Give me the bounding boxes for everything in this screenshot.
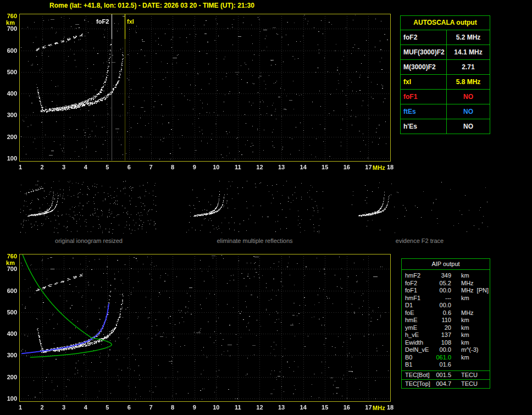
autoscala-row-label: ftEs [401, 104, 447, 119]
autoscala-row-label: h'Es [401, 119, 447, 134]
station-date-title: Rome (lat: +41.8, lon: 012.5) - DATE: 20… [49, 2, 254, 9]
autoscala-row-value: NO [447, 90, 490, 104]
bottom-ionogram-canvas [0, 250, 398, 415]
autoscala-row-label: foF2 [401, 30, 447, 45]
aip-row-ewidth: Ewidth108km [402, 339, 490, 347]
thumbnail-caption: original ionogram resized [19, 237, 158, 244]
autoscala-row-value: 5.8 MHz [447, 75, 490, 89]
autoscala-row-label: foF1 [401, 90, 447, 104]
autoscala-row-m3000f2: M(3000)F2 2.71 [401, 60, 490, 75]
autoscala-row-fof2: foF2 5.2 MHz [401, 30, 490, 45]
autoscala-row-fxi: fxI 5.8 MHz [401, 75, 490, 90]
autoscala-row-value: 2.71 [447, 60, 490, 74]
autoscala-row-label: M(3000)F2 [401, 60, 447, 74]
autoscala-table-title: AUTOSCALA output [401, 16, 490, 30]
aip-row-hmf1: hmF1---km [402, 295, 490, 302]
aip-row-hme: hmE110km [402, 317, 490, 324]
aip-row-tec-bot: TEC[Bot]001.5TECU [402, 370, 490, 379]
aip-row-delnve: DelN_vE00.0m^(-3) [402, 346, 490, 354]
autoscala-window: Rome (lat: +41.8, lon: 012.5) - DATE: 20… [0, 0, 532, 415]
autoscala-row-value: NO [447, 119, 490, 134]
aip-row-hmf2: hmF2349km [402, 272, 490, 280]
autoscala-row-fof1: foF1 NO [401, 90, 490, 104]
aip-row-fof2: foF205.2MHz [402, 280, 490, 287]
aip-row-b1: B101.6 [402, 361, 490, 369]
thumbnail-caption: evidence F2 trace [350, 237, 489, 244]
aip-output-table: AIP output hmF2349km foF205.2MHz foF100.… [401, 258, 490, 389]
thumbnail-original-ionogram [19, 180, 158, 235]
aip-row-yme: ymE20km [402, 324, 490, 332]
thumbnail-caption: eliminate multiple reflections [185, 237, 324, 244]
aip-row-d1: D100.0 [402, 302, 490, 309]
aip-row-foe: foE0.6MHz [402, 309, 490, 317]
aip-row-tec-top: TEC[Top]004.7TECU [402, 379, 490, 388]
autoscala-row-ftes: ftEs NO [401, 104, 490, 119]
thumbnail-eliminate-reflections [185, 180, 324, 235]
autoscala-row-label: fxI [401, 75, 447, 89]
autoscala-row-muf3000f2: MUF(3000)F2 14.1 MHz [401, 45, 490, 60]
top-ionogram-canvas [0, 10, 398, 174]
aip-row-fof1: foF100.0MHz[PN] [402, 287, 490, 295]
aip-table-title: AIP output [402, 259, 490, 270]
autoscala-row-value: 14.1 MHz [447, 45, 490, 59]
aip-row-hve: h_vE137km [402, 331, 490, 339]
autoscala-row-label: MUF(3000)F2 [401, 45, 447, 59]
autoscala-row-value: 5.2 MHz [447, 30, 490, 45]
aip-rows: hmF2349km foF205.2MHz foF100.0MHz[PN] hm… [402, 270, 490, 370]
autoscala-output-table: AUTOSCALA output foF2 5.2 MHz MUF(3000)F… [400, 15, 490, 134]
thumbnail-evidence-f2-trace [350, 180, 489, 235]
autoscala-row-value: NO [447, 104, 490, 119]
aip-row-b0: B0061.0km [402, 354, 490, 362]
autoscala-row-hes: h'Es NO [401, 119, 490, 134]
